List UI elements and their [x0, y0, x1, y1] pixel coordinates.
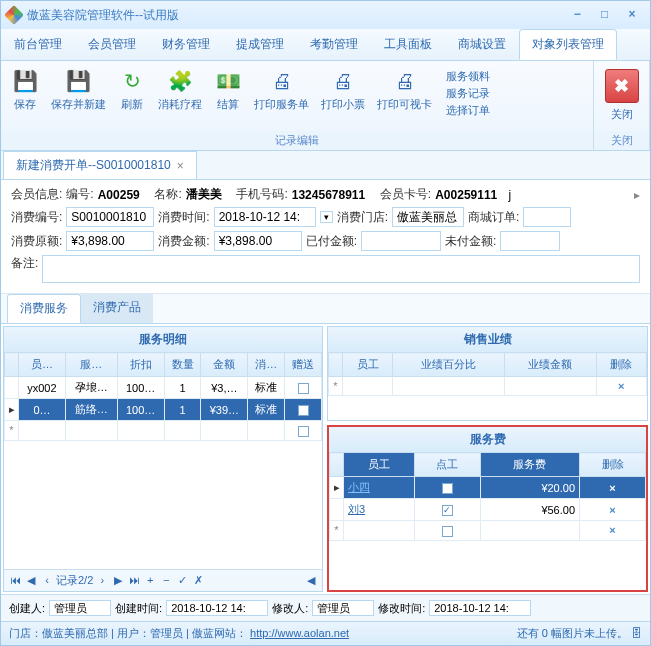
consume-time-input[interactable] — [214, 207, 316, 227]
checkbox-icon[interactable] — [298, 405, 309, 416]
checkbox-icon[interactable] — [298, 426, 309, 437]
close-label: 关闭 — [611, 107, 633, 122]
statusbar: 门店：傲蓝美丽总部 | 用户：管理员 | 傲蓝网站： http://www.ao… — [1, 621, 650, 645]
ctime-input[interactable] — [166, 600, 268, 616]
delete-icon[interactable]: × — [609, 504, 615, 516]
document-tab[interactable]: 新建消费开单--S0010001810× — [3, 151, 197, 179]
grid-navigator: ⏮ ◀ ‹ 记录2/2 › ▶ ⏭ + − ✓ ✗ ◀ — [4, 569, 322, 591]
member-phone: 13245678911 — [292, 188, 365, 202]
menu-item[interactable]: 前台管理 — [1, 29, 75, 60]
table-row-new[interactable]: * — [5, 421, 322, 441]
body-grids: 服务明细 员… 服… 折扣 数量 金额 消… 赠送 yx002孕埌…100…1¥… — [1, 324, 650, 594]
menu-item[interactable]: 考勤管理 — [297, 29, 371, 60]
mall-order-input[interactable] — [523, 207, 571, 227]
nav-fwd-icon[interactable]: › — [95, 574, 109, 588]
footer-row: 创建人: 创建时间: 修改人: 修改时间: — [1, 594, 650, 621]
service-record-link[interactable]: 服务记录 — [446, 86, 490, 101]
money-icon: 💵 — [214, 67, 242, 95]
nav-ok-icon[interactable]: ✓ — [175, 574, 189, 588]
service-material-link[interactable]: 服务领料 — [446, 69, 490, 84]
app-window: 傲蓝美容院管理软件--试用版 − □ × 前台管理 会员管理 财务管理 提成管理… — [0, 0, 651, 646]
minimize-button[interactable]: − — [565, 7, 589, 23]
nav-first-icon[interactable]: ⏮ — [8, 574, 22, 588]
delete-icon[interactable]: × — [609, 524, 615, 536]
delete-icon[interactable]: × — [618, 380, 624, 392]
store-input[interactable] — [392, 207, 464, 227]
maximize-button[interactable]: □ — [593, 7, 617, 23]
print-service-button[interactable]: 🖨打印服务单 — [248, 65, 315, 114]
checkbox-icon[interactable]: ✓ — [442, 505, 453, 516]
modifier-input[interactable] — [312, 600, 374, 616]
fee-grid: 员工点工服务费删除 ▸小四¥20.00× 刘3✓¥56.00× *× — [329, 452, 646, 541]
tab-close-icon[interactable]: × — [177, 159, 184, 173]
fee-panel: 服务费 员工点工服务费删除 ▸小四¥20.00× 刘3✓¥56.00× *× — [327, 425, 648, 592]
checkbox-icon[interactable] — [442, 526, 453, 537]
bill-no-input[interactable] — [66, 207, 154, 227]
menu-item[interactable]: 会员管理 — [75, 29, 149, 60]
chevron-right-icon[interactable]: ▸ — [634, 188, 640, 202]
close-button[interactable]: ✖ — [605, 69, 639, 103]
nav-last-icon[interactable]: ⏭ — [127, 574, 141, 588]
table-row-selected[interactable]: ▸0…筋络…100…1¥39…标准 — [5, 399, 322, 421]
save-button[interactable]: 💾保存 — [5, 65, 45, 114]
refresh-icon: ↻ — [118, 67, 146, 95]
app-title: 傲蓝美容院管理软件--试用版 — [27, 7, 179, 24]
table-row-new[interactable]: *× — [329, 377, 647, 396]
nav-add-icon[interactable]: + — [143, 574, 157, 588]
mtime-input[interactable] — [429, 600, 531, 616]
print-slip-button[interactable]: 🖨打印小票 — [315, 65, 371, 114]
delete-icon[interactable]: × — [609, 482, 615, 494]
nav-cancel-icon[interactable]: ✗ — [191, 574, 205, 588]
menu-item[interactable]: 提成管理 — [223, 29, 297, 60]
ribbon: 💾保存 💾保存并新建 ↻刷新 🧩消耗疗程 💵结算 🖨打印服务单 🖨打印小票 🖨打… — [1, 61, 650, 151]
tab-product[interactable]: 消费产品 — [81, 294, 153, 323]
table-row[interactable]: yx002孕埌…100…1¥3,…标准 — [5, 377, 322, 399]
member-number: A00259 — [98, 188, 140, 202]
amount-input[interactable] — [214, 231, 302, 251]
menu-item[interactable]: 工具面板 — [371, 29, 445, 60]
form-area: 会员信息: 编号:A00259 名称:潘美美 手机号码:13245678911 … — [1, 180, 650, 294]
upload-status: 还有 0 幅图片未上传。 — [517, 627, 628, 639]
creator-input[interactable] — [49, 600, 111, 616]
nav-record-text: 记录2/2 — [56, 573, 93, 588]
table-row[interactable]: ▸小四¥20.00× — [330, 477, 646, 499]
menubar: 前台管理 会员管理 财务管理 提成管理 考勤管理 工具面板 商城设置 对象列表管… — [1, 29, 650, 61]
settle-button[interactable]: 💵结算 — [208, 65, 248, 114]
menu-item[interactable]: 财务管理 — [149, 29, 223, 60]
table-row[interactable]: 刘3✓¥56.00× — [330, 499, 646, 521]
menu-item-active[interactable]: 对象列表管理 — [519, 29, 617, 60]
remark-input[interactable] — [42, 255, 640, 283]
window-close-button[interactable]: × — [620, 7, 644, 23]
tab-service[interactable]: 消费服务 — [7, 294, 81, 323]
puzzle-icon: 🧩 — [166, 67, 194, 95]
titlebar: 傲蓝美容院管理软件--试用版 − □ × — [1, 1, 650, 29]
service-detail-panel: 服务明细 员… 服… 折扣 数量 金额 消… 赠送 yx002孕埌…100…1¥… — [3, 326, 323, 592]
checkbox-icon[interactable] — [298, 383, 309, 394]
save-new-button[interactable]: 💾保存并新建 — [45, 65, 112, 114]
ribbon-group-title: 记录编辑 — [1, 131, 593, 150]
table-row-new[interactable]: *× — [330, 521, 646, 541]
paid-input[interactable] — [361, 231, 441, 251]
consume-button[interactable]: 🧩消耗疗程 — [152, 65, 208, 114]
refresh-button[interactable]: ↻刷新 — [112, 65, 152, 114]
orig-amount-input[interactable] — [66, 231, 154, 251]
select-order-link[interactable]: 选择订单 — [446, 103, 490, 118]
dropdown-icon[interactable]: ▾ — [320, 211, 333, 223]
member-card: A00259111 — [435, 188, 497, 202]
website-link[interactable]: http://www.aolan.net — [250, 627, 349, 639]
nav-back-icon[interactable]: ‹ — [40, 574, 54, 588]
checkbox-icon[interactable] — [442, 483, 453, 494]
document-tabs: 新建消费开单--S0010001810× — [1, 151, 650, 180]
nav-del-icon[interactable]: − — [159, 574, 173, 588]
nav-prev-icon[interactable]: ◀ — [24, 574, 38, 588]
db-icon[interactable]: 🗄 — [631, 627, 642, 639]
printer-icon: 🖨 — [329, 67, 357, 95]
menu-item[interactable]: 商城设置 — [445, 29, 519, 60]
unpaid-input[interactable] — [500, 231, 560, 251]
nav-next-icon[interactable]: ▶ — [111, 574, 125, 588]
nav-left-icon[interactable]: ◀ — [304, 574, 318, 588]
ribbon-close-title: 关闭 — [594, 131, 649, 150]
print-card-button[interactable]: 🖨打印可视卡 — [371, 65, 438, 114]
member-name: 潘美美 — [186, 186, 222, 203]
ribbon-links: 服务领料 服务记录 选择订单 — [438, 65, 498, 122]
